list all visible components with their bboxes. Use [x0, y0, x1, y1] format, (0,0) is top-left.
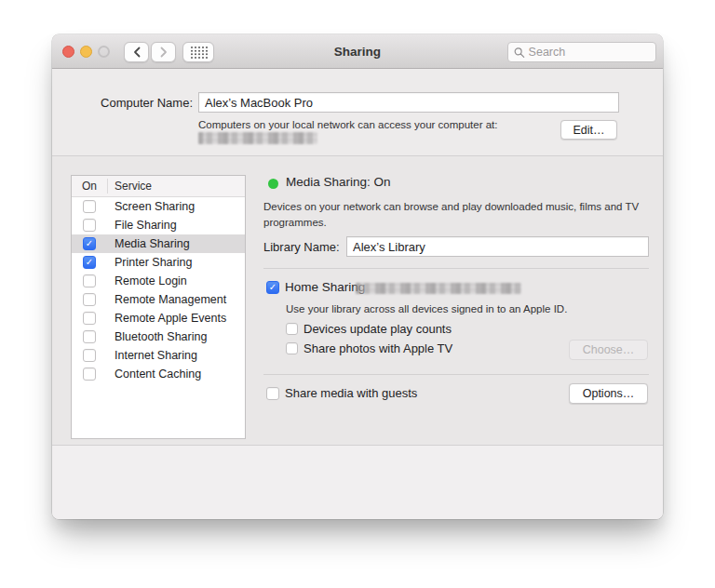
- search-icon: [514, 47, 525, 59]
- service-row[interactable]: Printer Sharing: [72, 253, 245, 272]
- service-checkbox[interactable]: [83, 219, 96, 232]
- search-input[interactable]: [529, 46, 650, 59]
- media-sharing-status-title: Media Sharing: On: [286, 175, 391, 189]
- service-row[interactable]: Screen Sharing: [72, 197, 245, 216]
- show-all-preferences-button[interactable]: [182, 42, 214, 62]
- service-label: Bluetooth Sharing: [107, 330, 207, 343]
- home-sharing-note: Use your library across all devices sign…: [286, 303, 567, 314]
- computer-name-section: Computer Name: Computers on your local n…: [52, 69, 663, 156]
- service-row[interactable]: File Sharing: [72, 216, 245, 234]
- chevron-left-icon: [132, 47, 142, 58]
- options-button[interactable]: Options…: [569, 383, 648, 404]
- screen: Sharing Computer Name: Computers on your…: [0, 0, 715, 588]
- search-field[interactable]: [507, 42, 656, 62]
- service-row[interactable]: Remote Apple Events: [72, 309, 245, 327]
- bottom-bar: ?: [52, 445, 663, 519]
- service-row[interactable]: Remote Login: [72, 272, 245, 290]
- service-checkbox[interactable]: [83, 312, 96, 325]
- service-row[interactable]: Remote Management: [72, 290, 245, 309]
- column-header-on: On: [72, 180, 107, 193]
- service-checkbox[interactable]: [83, 368, 96, 381]
- column-header-service: Service: [107, 180, 152, 193]
- service-checkbox[interactable]: [83, 274, 96, 287]
- network-access-note: Computers on your local network can acce…: [198, 119, 498, 130]
- service-label: Printer Sharing: [107, 256, 192, 269]
- devices-update-play-counts-label: Devices update play counts: [304, 322, 452, 336]
- service-label: Remote Apple Events: [107, 312, 226, 325]
- service-label: Media Sharing: [107, 237, 190, 250]
- status-on-indicator: [268, 179, 278, 189]
- share-media-with-guests-checkbox[interactable]: [266, 387, 279, 400]
- service-label: Remote Management: [107, 293, 226, 306]
- service-row[interactable]: Content Caching: [72, 365, 245, 383]
- close-window-icon[interactable]: [62, 46, 74, 58]
- library-name-label: Library Name:: [263, 240, 340, 254]
- share-photos-row: Share photos with Apple TV: [286, 341, 452, 355]
- forward-button[interactable]: [151, 42, 176, 62]
- home-sharing-row: Home Sharing: [266, 280, 365, 294]
- zoom-window-icon-disabled: [98, 46, 110, 58]
- service-label: Content Caching: [107, 368, 201, 381]
- service-label: Remote Login: [107, 274, 187, 287]
- minimize-window-icon[interactable]: [80, 46, 92, 58]
- service-label: Screen Sharing: [107, 200, 195, 213]
- share-media-with-guests-label: Share media with guests: [285, 386, 417, 400]
- grid-icon: [190, 46, 208, 59]
- service-checkbox[interactable]: [83, 237, 96, 250]
- redacted-local-hostname: [198, 132, 317, 144]
- back-button[interactable]: [124, 42, 149, 62]
- computer-name-label: Computer Name:: [52, 96, 193, 110]
- share-photos-apple-tv-label: Share photos with Apple TV: [304, 341, 452, 355]
- service-list-rows: Screen Sharing File Sharing Media Sharin…: [72, 197, 245, 383]
- title-bar: Sharing: [52, 34, 663, 69]
- redacted-apple-id: [356, 283, 521, 294]
- service-checkbox[interactable]: [83, 200, 96, 213]
- service-list-header: On Service: [72, 176, 245, 197]
- service-label: Internet Sharing: [107, 349, 197, 362]
- share-guests-row: Share media with guests: [266, 386, 417, 400]
- play-counts-row: Devices update play counts: [286, 322, 452, 336]
- service-row[interactable]: Media Sharing: [72, 234, 245, 253]
- chevron-right-icon: [159, 47, 169, 58]
- choose-button: Choose…: [569, 340, 648, 360]
- service-row[interactable]: Bluetooth Sharing: [72, 327, 245, 346]
- service-checkbox[interactable]: [83, 349, 96, 362]
- edit-button[interactable]: Edit…: [560, 120, 617, 140]
- service-checkbox[interactable]: [83, 256, 96, 269]
- divider: [263, 268, 649, 269]
- home-sharing-label: Home Sharing: [285, 280, 365, 294]
- devices-update-play-counts-checkbox[interactable]: [286, 323, 298, 335]
- service-checkbox[interactable]: [83, 330, 96, 343]
- library-name-input[interactable]: [346, 236, 649, 257]
- sharing-preferences-window: Sharing Computer Name: Computers on your…: [52, 34, 663, 519]
- service-checkbox[interactable]: [83, 293, 96, 306]
- service-row[interactable]: Internet Sharing: [72, 346, 245, 365]
- divider: [263, 374, 649, 375]
- media-sharing-description: Devices on your network can browse and p…: [263, 199, 653, 230]
- service-label: File Sharing: [107, 219, 177, 232]
- column-separator: [107, 179, 108, 194]
- service-list: On Service Screen Sharing File Sharing M…: [71, 175, 246, 439]
- share-photos-apple-tv-checkbox[interactable]: [286, 342, 298, 354]
- computer-name-input[interactable]: [198, 92, 619, 113]
- home-sharing-checkbox[interactable]: [266, 281, 279, 294]
